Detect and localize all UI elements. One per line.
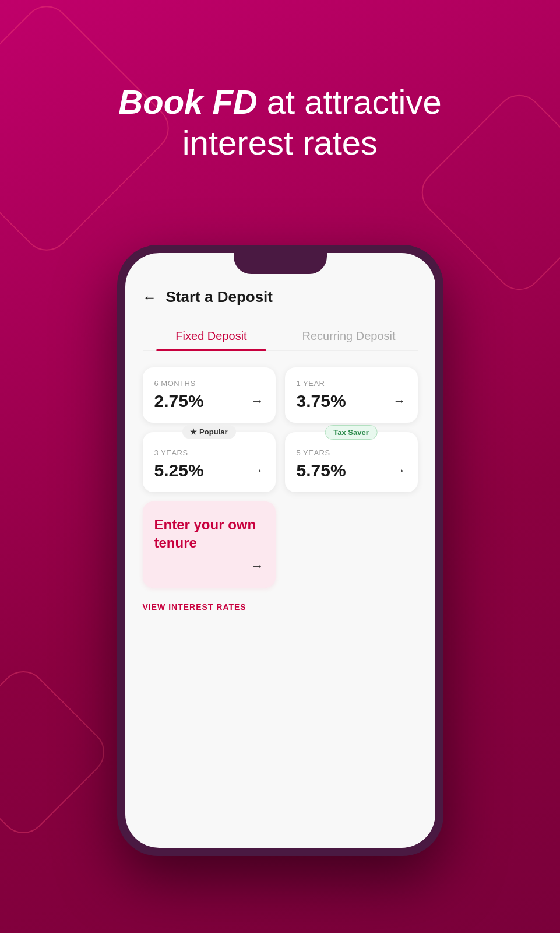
phone-notch <box>234 253 327 274</box>
arrow-icon-1year: → <box>393 394 406 409</box>
view-rates-section: VIEW INTEREST RATES <box>143 602 418 612</box>
rate-value-6months: 2.75% <box>154 391 204 411</box>
hero-line2: interest rates <box>182 124 378 162</box>
custom-tenure-title: Enter your own tenure <box>154 515 264 552</box>
view-rates-link[interactable]: VIEW INTEREST RATES <box>143 602 246 612</box>
custom-tenure-row: → <box>154 559 264 574</box>
deposit-card-5years[interactable]: Tax Saver 5 YEARS 5.75% → <box>285 432 418 492</box>
phone-mockup: ← Start a Deposit Fixed Deposit Recurrin… <box>117 245 443 856</box>
phone-outer-frame: ← Start a Deposit Fixed Deposit Recurrin… <box>117 245 443 856</box>
deposit-card-3years[interactable]: ★ Popular 3 YEARS 5.25% → <box>143 432 276 492</box>
tenure-label-3years: 3 YEARS <box>154 448 264 457</box>
rate-row-6months: 2.75% → <box>154 391 264 411</box>
decorative-line-3 <box>0 661 114 843</box>
hero-normal: at attractive <box>258 83 442 121</box>
arrow-icon-5years: → <box>393 463 406 478</box>
page-title: Start a Deposit <box>166 288 273 306</box>
deposit-tabs: Fixed Deposit Recurring Deposit <box>143 322 418 351</box>
screen-header: ← Start a Deposit <box>143 288 418 306</box>
back-button[interactable]: ← <box>143 289 157 306</box>
hero-bold: Book FD <box>118 83 257 121</box>
tenure-label-1year: 1 YEAR <box>297 379 406 388</box>
deposit-cards-grid: 6 MONTHS 2.75% → 1 YEAR 3.75% → <box>143 367 418 492</box>
screen-content: ← Start a Deposit Fixed Deposit Recurrin… <box>125 253 435 636</box>
phone-screen: ← Start a Deposit Fixed Deposit Recurrin… <box>125 253 435 848</box>
rate-value-5years: 5.75% <box>297 461 346 480</box>
rate-row-1year: 3.75% → <box>297 391 406 411</box>
custom-tenure-card[interactable]: Enter your own tenure → <box>143 501 276 588</box>
tenure-label-6months: 6 MONTHS <box>154 379 264 388</box>
rate-value-3years: 5.25% <box>154 461 204 480</box>
arrow-icon-3years: → <box>251 463 264 478</box>
taxsaver-badge: Tax Saver <box>325 425 377 440</box>
custom-tenure-arrow-icon: → <box>251 559 264 574</box>
hero-heading: Book FD at attractive interest rates <box>35 82 525 163</box>
arrow-icon-6months: → <box>251 394 264 409</box>
popular-badge: ★ Popular <box>182 425 235 439</box>
rate-row-3years: 5.25% → <box>154 461 264 480</box>
deposit-card-1year[interactable]: 1 YEAR 3.75% → <box>285 367 418 423</box>
rate-row-5years: 5.75% → <box>297 461 406 480</box>
tenure-label-5years: 5 YEARS <box>297 448 406 457</box>
tab-recurring-deposit[interactable]: Recurring Deposit <box>280 322 418 350</box>
tab-fixed-deposit[interactable]: Fixed Deposit <box>143 322 280 350</box>
bottom-row: Enter your own tenure → <box>143 501 418 588</box>
rate-value-1year: 3.75% <box>297 391 346 411</box>
hero-section: Book FD at attractive interest rates <box>0 82 560 163</box>
deposit-card-6months[interactable]: 6 MONTHS 2.75% → <box>143 367 276 423</box>
